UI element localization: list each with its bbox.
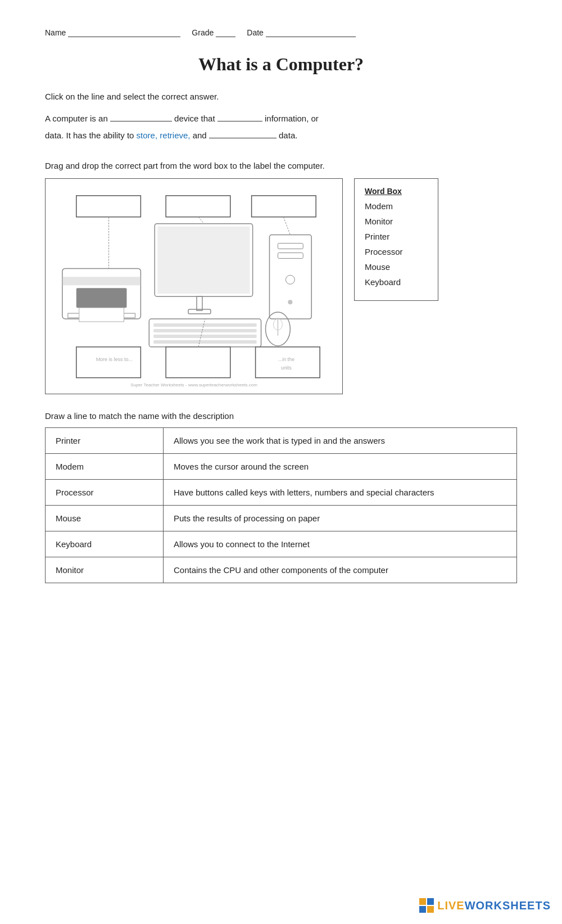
logo-squares [419, 898, 434, 913]
svg-rect-11 [278, 253, 303, 259]
table-row: Keyboard Allows you to connect to the In… [46, 531, 517, 557]
match-desc-modem: Moves the cursor around the screen [164, 453, 517, 479]
svg-rect-1 [62, 277, 140, 285]
word-keyboard[interactable]: Keyboard [365, 277, 428, 287]
section1-instruction: Click on the line and select the correct… [45, 92, 517, 101]
svg-rect-2 [76, 288, 127, 308]
name-label: Name [45, 28, 66, 37]
word-mouse[interactable]: Mouse [365, 262, 428, 272]
match-desc-printer: Allows you see the work that is typed in… [164, 427, 517, 453]
sentence-part2: device that [174, 114, 217, 123]
match-name-processor: Processor [46, 479, 164, 505]
match-desc-processor: Have buttons called keys with letters, n… [164, 479, 517, 505]
blank2[interactable] [217, 111, 262, 121]
match-name-monitor: Monitor [46, 557, 164, 583]
match-name-modem: Modem [46, 453, 164, 479]
match-section: Draw a line to match the name with the d… [45, 411, 517, 583]
logo-sq-orange-top [419, 898, 426, 905]
word-modem[interactable]: Modem [365, 201, 428, 211]
svg-rect-16 [153, 329, 256, 332]
grade-field[interactable] [216, 37, 235, 37]
word-box-title: Word Box [365, 187, 428, 196]
worksheets-text: WORKSHEETS [465, 899, 551, 912]
match-desc-monitor: Contains the CPU and other components of… [164, 557, 517, 583]
logo-sq-blue-bottom [419, 906, 426, 913]
sentence-part5: data. [279, 130, 297, 140]
table-row: Mouse Puts the results of processing on … [46, 505, 517, 531]
footer: LIVEWORKSHEETS [419, 898, 551, 913]
table-row: Printer Allows you see the work that is … [46, 427, 517, 453]
svg-rect-7 [197, 296, 202, 310]
sentence-part1: A computer is an [45, 114, 108, 123]
footer-text: LIVEWORKSHEETS [437, 899, 551, 912]
table-row: Modem Moves the cursor around the screen [46, 453, 517, 479]
svg-rect-22 [76, 196, 141, 217]
drag-section: Drag and drop the correct part from the … [45, 161, 517, 394]
blue-word2: retrieve, [160, 130, 190, 140]
page-title: What is a Computer? [45, 54, 517, 75]
date-field[interactable] [266, 37, 356, 37]
svg-rect-15 [153, 323, 256, 327]
logo-sq-blue-top [427, 898, 434, 905]
match-instruction: Draw a line to match the name with the d… [45, 411, 517, 421]
match-table: Printer Allows you see the work that is … [45, 427, 517, 583]
svg-rect-4 [79, 308, 124, 322]
grade-label: Grade [192, 28, 214, 37]
svg-rect-25 [76, 347, 141, 378]
svg-rect-23 [166, 196, 230, 217]
svg-rect-9 [269, 235, 311, 319]
match-name-mouse: Mouse [46, 505, 164, 531]
svg-rect-27 [166, 347, 230, 378]
word-monitor[interactable]: Monitor [365, 217, 428, 226]
header-fields: Name Grade Date [45, 28, 517, 37]
match-desc-keyboard: Allows you to connect to the Internet [164, 531, 517, 557]
svg-rect-8 [188, 309, 211, 314]
svg-rect-18 [153, 340, 256, 344]
blank1[interactable] [110, 111, 172, 121]
fill-in-sentence: A computer is an device that information… [45, 110, 517, 144]
svg-rect-24 [252, 196, 316, 217]
svg-text:Super Teacher Worksheets - www: Super Teacher Worksheets - www.superteac… [130, 382, 257, 387]
match-desc-mouse: Puts the results of processing on paper [164, 505, 517, 531]
sentence-part4: and [193, 130, 209, 140]
match-name-keyboard: Keyboard [46, 531, 164, 557]
svg-point-12 [285, 275, 294, 284]
svg-line-33 [283, 217, 290, 235]
table-row: Monitor Contains the CPU and other compo… [46, 557, 517, 583]
svg-point-13 [288, 300, 292, 304]
live-text: LIVE [437, 899, 464, 912]
svg-rect-17 [153, 335, 256, 338]
computer-image-box: More is less to... ...in the units Super… [45, 178, 343, 394]
drag-area: More is less to... ...in the units Super… [45, 178, 517, 394]
svg-rect-28 [256, 347, 320, 378]
svg-text:units: units [281, 365, 292, 371]
liveworksheets-logo: LIVEWORKSHEETS [419, 898, 551, 913]
word-processor[interactable]: Processor [365, 247, 428, 256]
match-name-printer: Printer [46, 427, 164, 453]
table-row: Processor Have buttons called keys with … [46, 479, 517, 505]
name-field[interactable] [68, 37, 180, 37]
blue-word1: store, [137, 130, 158, 140]
svg-rect-10 [278, 244, 303, 249]
blank3[interactable] [209, 128, 277, 138]
svg-text:More is less to...: More is less to... [96, 357, 133, 362]
word-printer[interactable]: Printer [365, 232, 428, 241]
date-label: Date [247, 28, 264, 37]
svg-text:...in the: ...in the [278, 357, 294, 362]
svg-rect-6 [157, 227, 250, 294]
logo-sq-orange-bottom [427, 906, 434, 913]
drag-instruction: Drag and drop the correct part from the … [45, 161, 517, 170]
word-box: Word Box Modem Monitor Printer Processor… [354, 178, 438, 301]
svg-line-32 [198, 217, 204, 224]
